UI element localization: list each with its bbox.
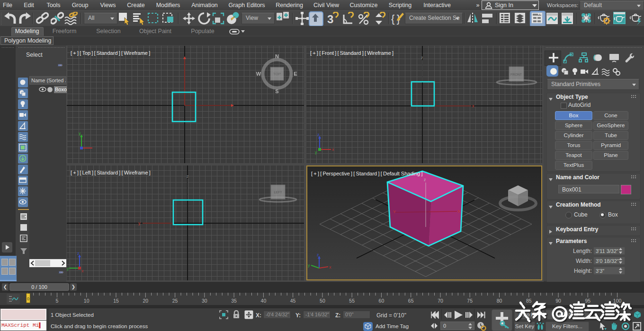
svg-text:y: y — [315, 150, 317, 155]
svg-text:55: 55 — [349, 298, 355, 304]
svg-text:30: 30 — [202, 298, 207, 304]
svg-text:TOP: TOP — [273, 72, 281, 76]
svg-text:z: z — [421, 55, 423, 60]
svg-text:z: z — [317, 253, 319, 257]
svg-text:75: 75 — [467, 298, 473, 304]
svg-text:y: y — [67, 266, 69, 271]
svg-text:65: 65 — [408, 298, 414, 304]
svg-text:x: x — [329, 265, 331, 270]
svg-text:N: N — [275, 53, 279, 59]
svg-text:x: x — [81, 269, 84, 273]
svg-text:10: 10 — [84, 298, 89, 304]
svg-text:Y: Y — [393, 209, 396, 214]
svg-text:S: S — [275, 88, 278, 94]
svg-text:z: z — [77, 251, 80, 256]
svg-text:x: x — [472, 104, 474, 108]
svg-text:y: y — [79, 131, 81, 136]
svg-text:W: W — [256, 71, 261, 77]
svg-text:80: 80 — [497, 298, 502, 304]
svg-text:z: z — [187, 174, 189, 179]
svg-text:70: 70 — [438, 298, 443, 304]
svg-text:X: X — [457, 209, 460, 214]
svg-text:LEFT: LEFT — [274, 191, 282, 194]
svg-text:20: 20 — [143, 298, 148, 304]
svg-text:FRONT: FRONT — [510, 73, 522, 76]
svg-text:y: y — [308, 263, 310, 268]
svg-text:E: E — [294, 71, 297, 77]
svg-text:35: 35 — [231, 298, 237, 304]
svg-text:45: 45 — [290, 298, 296, 304]
svg-text:60: 60 — [379, 298, 385, 304]
svg-text:x: x — [332, 147, 334, 152]
svg-text:5: 5 — [56, 298, 59, 304]
svg-text:15: 15 — [113, 298, 119, 304]
svg-text:z: z — [317, 132, 320, 137]
svg-text:25: 25 — [172, 298, 178, 304]
svg-text:3: 3 — [327, 13, 333, 25]
svg-text:40: 40 — [261, 298, 267, 304]
svg-text:50: 50 — [320, 298, 325, 304]
svg-text:y: y — [138, 221, 141, 226]
svg-text:z: z — [424, 177, 426, 182]
